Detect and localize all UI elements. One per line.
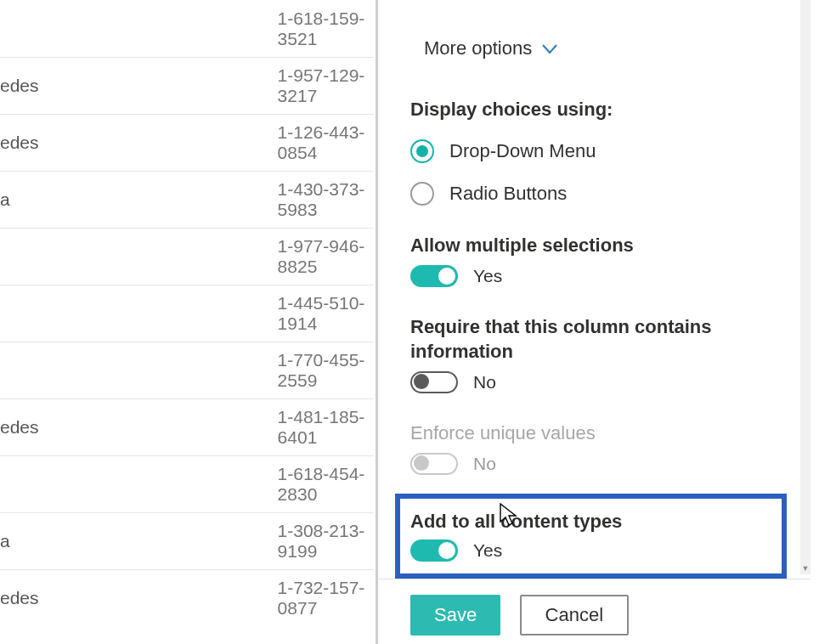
require-info-section: Require that this column contains inform… <box>410 314 787 393</box>
require-info-label: Require that this column contains inform… <box>410 314 787 364</box>
allow-multiple-section: Allow multiple selections Yes <box>410 233 787 287</box>
table-row[interactable]: 1-618-159-3521 <box>0 0 374 57</box>
more-options-toggle[interactable]: More options <box>410 37 787 59</box>
cell-phone: 1-618-454-2830 <box>116 464 374 505</box>
enforce-unique-label: Enforce unique values <box>410 421 787 446</box>
chevron-down-icon <box>542 39 557 59</box>
cell-phone: 1-308-213-9199 <box>116 521 374 562</box>
table-row[interactable]: edes 1-732-157-0877 <box>0 569 374 626</box>
table-row[interactable]: 1-977-946-8825 <box>0 228 374 285</box>
cell-name: edes <box>0 133 116 153</box>
allow-multiple-toggle[interactable] <box>410 265 458 287</box>
cell-name: a <box>0 189 116 210</box>
data-table: 1-618-159-3521 edes 1-957-129-3217 edes … <box>0 0 374 644</box>
radio-radio-buttons[interactable]: Radio Buttons <box>410 182 787 206</box>
allow-multiple-value: Yes <box>473 266 502 286</box>
radio-drop-down-menu[interactable]: Drop-Down Menu <box>410 139 787 163</box>
cell-name: edes <box>0 417 116 438</box>
cell-phone: 1-481-185-6401 <box>116 407 374 448</box>
cell-phone: 1-977-946-8825 <box>116 236 374 277</box>
allow-multiple-label: Allow multiple selections <box>410 233 787 258</box>
add-to-content-types-label: Add to all content types <box>410 511 770 533</box>
panel-footer: Save Cancel <box>378 579 811 644</box>
table-row[interactable]: edes 1-126-443-0854 <box>0 114 374 171</box>
enforce-unique-value: No <box>473 454 496 474</box>
table-row[interactable]: a 1-430-373-5983 <box>0 171 374 228</box>
cell-phone: 1-126-443-0854 <box>116 122 374 163</box>
table-row[interactable]: edes 1-481-185-6401 <box>0 398 374 455</box>
add-to-content-types-toggle[interactable] <box>410 539 458 562</box>
scroll-down-icon[interactable]: ▼ <box>800 562 811 574</box>
table-row[interactable]: edes 1-957-129-3217 <box>0 57 374 114</box>
cancel-button[interactable]: Cancel <box>520 595 629 636</box>
add-to-content-types-highlight: Add to all content types Yes <box>395 494 787 579</box>
table-row[interactable]: 1-445-510-1914 <box>0 285 374 342</box>
cell-phone: 1-770-455-2559 <box>116 350 374 391</box>
cell-name: edes <box>0 76 116 96</box>
cell-phone: 1-618-159-3521 <box>116 8 374 49</box>
radio-label: Radio Buttons <box>449 183 567 205</box>
display-choices-label: Display choices using: <box>410 99 787 121</box>
column-settings-panel: ▼ More options Display choices using: Dr… <box>376 0 811 644</box>
enforce-unique-toggle <box>410 453 458 475</box>
panel-scrollbar[interactable]: ▼ <box>800 0 811 574</box>
table-row[interactable]: 1-770-455-2559 <box>0 342 374 398</box>
cell-phone: 1-957-129-3217 <box>116 65 374 106</box>
radio-icon <box>410 182 434 206</box>
require-info-value: No <box>473 372 496 393</box>
table-row[interactable]: a 1-308-213-9199 <box>0 512 374 569</box>
cell-phone: 1-430-373-5983 <box>116 179 374 220</box>
cell-phone: 1-445-510-1914 <box>116 293 374 334</box>
cell-name: edes <box>0 588 116 608</box>
add-to-content-types-value: Yes <box>473 540 502 561</box>
enforce-unique-section: Enforce unique values No <box>410 421 787 475</box>
radio-icon <box>410 139 434 163</box>
more-options-label: More options <box>424 37 532 59</box>
cell-phone: 1-732-157-0877 <box>116 578 374 619</box>
table-row[interactable]: 1-618-454-2830 <box>0 455 374 512</box>
radio-label: Drop-Down Menu <box>449 140 596 162</box>
save-button[interactable]: Save <box>410 595 500 636</box>
cell-name: a <box>0 531 116 551</box>
require-info-toggle[interactable] <box>410 371 458 393</box>
